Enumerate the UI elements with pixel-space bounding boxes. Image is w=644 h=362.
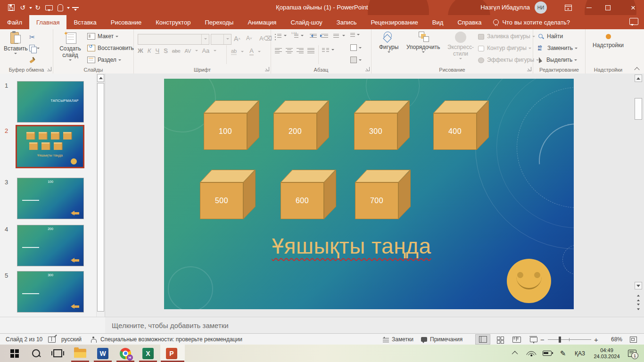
- zoom-slider-track[interactable]: [548, 339, 591, 340]
- reading-view-button[interactable]: [509, 334, 524, 345]
- tab-2[interactable]: Вставка: [66, 15, 103, 29]
- tab-9[interactable]: Рецензирование: [363, 15, 425, 29]
- shape-effects-button[interactable]: Эффекты фигуры: [478, 57, 539, 63]
- notes-toggle[interactable]: Заметки: [383, 334, 413, 345]
- excel-taskbar-icon[interactable]: X: [138, 345, 158, 362]
- fit-to-window-button[interactable]: [630, 334, 637, 345]
- layout-button[interactable]: Макет: [87, 33, 118, 40]
- comments-toggle[interactable]: Примечания: [421, 334, 462, 345]
- font-dialog-launcher[interactable]: [265, 67, 269, 71]
- tab-3[interactable]: Рисование: [104, 15, 149, 29]
- wifi-icon[interactable]: [524, 345, 538, 362]
- tab-7[interactable]: Слайд-шоу: [283, 15, 329, 29]
- tell-me-box[interactable]: Что вы хотите сделать?: [493, 15, 570, 29]
- keyboard-language[interactable]: ҚАЗ: [570, 345, 589, 362]
- tab-4[interactable]: Конструктор: [149, 15, 198, 29]
- accessibility-icon[interactable]: [91, 334, 97, 345]
- zoom-out-button[interactable]: −: [540, 334, 545, 345]
- next-slide-button[interactable]: [635, 304, 642, 311]
- cube-200[interactable]: 200: [273, 100, 330, 150]
- thumbnail-scrollbar[interactable]: [96, 74, 105, 333]
- columns-button[interactable]: [322, 47, 334, 53]
- paste-button[interactable]: Вставить: [4, 32, 28, 56]
- justify-button[interactable]: [307, 47, 314, 54]
- shape-fill-button[interactable]: Заливка фигуры: [478, 33, 535, 40]
- underline-button[interactable]: Ч: [155, 47, 159, 54]
- shapes-button[interactable]: Фигуры: [379, 32, 398, 54]
- new-slide-button[interactable]: ✦ Создать слайд: [58, 32, 83, 62]
- minimize-button[interactable]: [581, 0, 597, 15]
- line-spacing-button[interactable]: [333, 33, 345, 39]
- cube-600[interactable]: 600: [281, 170, 337, 220]
- font-color-button[interactable]: А: [249, 47, 254, 56]
- touch-mode-icon[interactable]: [55, 2, 66, 13]
- slide-thumbnail-3[interactable]: 100: [17, 178, 84, 219]
- cube-400[interactable]: 400: [433, 100, 490, 150]
- word-taskbar-icon[interactable]: W: [92, 345, 113, 362]
- text-shadow-button[interactable]: S: [164, 47, 168, 54]
- cut-button[interactable]: ✂: [29, 33, 35, 41]
- reset-button[interactable]: Восстановить: [87, 45, 134, 51]
- user-name[interactable]: Назгүл Ибадулла: [480, 0, 530, 15]
- format-painter-button[interactable]: [29, 57, 35, 63]
- scroll-up-icon[interactable]: [97, 74, 104, 82]
- tab-10[interactable]: Вид: [425, 15, 451, 29]
- slide-title[interactable]: Ұяшықты таңда: [164, 233, 539, 259]
- scroll-down-icon[interactable]: [635, 282, 642, 289]
- decrease-indent-button[interactable]: [310, 33, 317, 39]
- align-right-button[interactable]: [297, 47, 304, 54]
- notes-pane[interactable]: Щелкните, чтобы добавить заметки: [105, 317, 644, 334]
- smiley-face[interactable]: [507, 259, 551, 303]
- strikethrough-button[interactable]: abc: [172, 48, 181, 54]
- clock[interactable]: 04:4924.03.2024: [590, 345, 623, 362]
- cube-700[interactable]: 700: [355, 170, 412, 220]
- arrange-button[interactable]: Упорядочить: [406, 32, 440, 54]
- select-button[interactable]: Выделить: [538, 57, 577, 63]
- addins-button[interactable]: Надстройки: [594, 34, 622, 49]
- tab-1[interactable]: Главная: [29, 15, 66, 29]
- shrink-font-button[interactable]: А˅: [246, 35, 252, 41]
- drawing-dialog-launcher[interactable]: [527, 67, 531, 71]
- zoom-in-button[interactable]: +: [594, 334, 598, 345]
- grow-font-button[interactable]: А˄: [234, 35, 240, 42]
- normal-view-button[interactable]: [475, 334, 490, 345]
- zoom-level[interactable]: 68%: [604, 334, 622, 345]
- comments-icon[interactable]: [629, 18, 638, 25]
- slide-sorter-view-button[interactable]: [492, 334, 507, 345]
- vertical-scrollbar[interactable]: [635, 74, 643, 317]
- accessibility-status[interactable]: Специальные возможности: проверьте реком…: [100, 334, 242, 345]
- copy-button[interactable]: [29, 45, 40, 51]
- collapse-ribbon-button[interactable]: [635, 66, 639, 71]
- change-case-button[interactable]: Aa: [202, 47, 209, 54]
- language-indicator[interactable]: русский: [61, 334, 82, 345]
- file-explorer-taskbar-icon[interactable]: [70, 345, 91, 362]
- scrollbar-thumb[interactable]: [635, 98, 642, 120]
- clear-formatting-button[interactable]: А⌫: [259, 35, 272, 42]
- bold-button[interactable]: Ж: [138, 47, 143, 54]
- slide-thumbnail-4[interactable]: 200: [17, 225, 84, 266]
- slide-thumbnail-5[interactable]: 300: [17, 271, 84, 313]
- increase-indent-button[interactable]: [321, 33, 328, 39]
- spell-check-icon[interactable]: [48, 334, 56, 345]
- highlight-color-button[interactable]: ab: [231, 48, 237, 55]
- slideshow-view-button[interactable]: [526, 334, 541, 345]
- paragraph-dialog-launcher[interactable]: [365, 67, 370, 71]
- font-size-combo[interactable]: [211, 34, 231, 45]
- align-text-button[interactable]: [350, 44, 362, 51]
- slide-canvas[interactable]: 100200300400500600700 Ұяшықты таңда: [164, 79, 574, 309]
- close-button[interactable]: ×: [625, 0, 641, 15]
- restore-button[interactable]: [600, 0, 616, 15]
- save-icon[interactable]: [6, 2, 17, 13]
- pen-icon[interactable]: ✎: [556, 345, 570, 362]
- cube-100[interactable]: 100: [204, 100, 260, 150]
- tab-6[interactable]: Анимация: [240, 15, 283, 29]
- start-slideshow-icon[interactable]: [43, 2, 55, 13]
- slide-counter[interactable]: Слайд 2 из 10: [6, 334, 42, 345]
- convert-smartart-button[interactable]: [350, 57, 362, 63]
- clipboard-dialog-launcher[interactable]: [47, 67, 51, 71]
- numbering-button[interactable]: [292, 33, 304, 39]
- undo-icon[interactable]: ↺: [17, 2, 28, 13]
- italic-button[interactable]: К: [148, 47, 151, 54]
- quick-styles-button[interactable]: Экспресс-стили: [447, 32, 474, 61]
- character-spacing-button[interactable]: AV: [185, 48, 191, 54]
